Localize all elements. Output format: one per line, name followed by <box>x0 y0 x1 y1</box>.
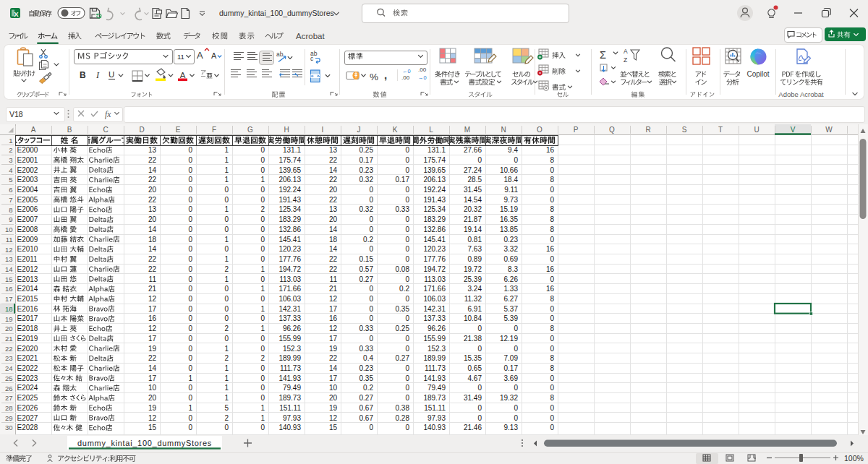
svg-text:0: 0 <box>224 305 229 313</box>
svg-text:132.86: 132.86 <box>278 225 301 233</box>
svg-text:N: N <box>501 126 506 134</box>
svg-text:1: 1 <box>224 156 229 164</box>
svg-text:0: 0 <box>369 225 373 233</box>
svg-text:141.93: 141.93 <box>278 374 301 382</box>
svg-text:142.31: 142.31 <box>423 305 446 313</box>
svg-text:0.67: 0.67 <box>359 414 374 422</box>
svg-text:0.27: 0.27 <box>396 354 410 362</box>
svg-text:17: 17 <box>329 335 338 343</box>
svg-text:0.27: 0.27 <box>359 394 374 402</box>
svg-text:0: 0 <box>514 325 518 332</box>
svg-text:0: 0 <box>224 196 229 204</box>
svg-text:0: 0 <box>477 414 482 422</box>
svg-text:H: H <box>284 126 289 134</box>
svg-text:0.33: 0.33 <box>359 325 374 332</box>
svg-text:0: 0 <box>188 354 192 362</box>
svg-text:189.99: 189.99 <box>278 354 301 362</box>
svg-text:0.2: 0.2 <box>399 285 409 293</box>
svg-text:0: 0 <box>224 285 229 293</box>
svg-text:151.11: 151.11 <box>279 404 301 412</box>
svg-text:175.74: 175.74 <box>423 156 446 164</box>
svg-text:9.4: 9.4 <box>508 146 518 154</box>
svg-text:17: 17 <box>329 305 338 313</box>
svg-text:2: 2 <box>224 414 229 422</box>
svg-text:14: 14 <box>329 364 338 372</box>
svg-text:191.43: 191.43 <box>278 196 301 204</box>
svg-text:0: 0 <box>224 314 229 322</box>
svg-text:27.24: 27.24 <box>464 166 482 174</box>
svg-text:1: 1 <box>260 176 265 184</box>
svg-text:0: 0 <box>550 255 554 263</box>
svg-text:E2005: E2005 <box>17 196 38 204</box>
svg-text:21.38: 21.38 <box>464 335 482 343</box>
svg-text:0: 0 <box>477 345 482 353</box>
svg-text:0: 0 <box>405 166 409 174</box>
svg-text:16: 16 <box>546 285 555 293</box>
svg-text:0: 0 <box>260 186 265 194</box>
svg-text:0.35: 0.35 <box>359 374 374 382</box>
svg-text:8: 8 <box>550 176 554 184</box>
svg-text:1: 1 <box>224 205 229 213</box>
svg-text:0: 0 <box>405 424 409 431</box>
svg-text:152.3: 152.3 <box>283 345 301 353</box>
svg-text:0: 0 <box>405 255 409 263</box>
svg-text:,: , <box>384 69 387 81</box>
svg-text:0: 0 <box>369 245 373 253</box>
svg-text:3.32: 3.32 <box>504 245 519 253</box>
svg-text:0: 0 <box>514 156 518 164</box>
svg-text:17: 17 <box>5 295 13 303</box>
svg-text:B: B <box>80 70 86 80</box>
svg-text:24: 24 <box>5 364 13 372</box>
svg-text:194.72: 194.72 <box>423 265 446 273</box>
svg-text:191.43: 191.43 <box>423 196 446 204</box>
svg-text:0.23: 0.23 <box>359 364 374 372</box>
svg-text:E2024: E2024 <box>17 384 38 392</box>
svg-text:26: 26 <box>5 384 13 392</box>
svg-text:2: 2 <box>260 205 265 213</box>
svg-text:0: 0 <box>188 176 192 184</box>
svg-text:14: 14 <box>5 265 13 273</box>
svg-text:171.66: 171.66 <box>278 285 301 293</box>
svg-text:0: 0 <box>224 215 229 223</box>
svg-text:Σ: Σ <box>600 49 606 61</box>
svg-text:137.33: 137.33 <box>423 314 446 322</box>
svg-text:A: A <box>211 51 217 60</box>
svg-text:8: 8 <box>550 394 554 402</box>
svg-text:.00: .00 <box>418 66 427 73</box>
svg-text:0.69: 0.69 <box>504 255 519 263</box>
svg-text:1: 1 <box>9 137 12 145</box>
svg-text:0: 0 <box>514 404 518 412</box>
svg-text:192.24: 192.24 <box>423 186 446 194</box>
svg-text:96.26: 96.26 <box>427 325 446 332</box>
svg-text:0: 0 <box>188 245 192 253</box>
svg-text:E2013: E2013 <box>17 275 38 283</box>
svg-text:0: 0 <box>188 236 192 244</box>
svg-text:0: 0 <box>477 325 482 332</box>
svg-text:1: 1 <box>224 364 229 372</box>
svg-text:0.25: 0.25 <box>396 325 410 332</box>
svg-text:18.4: 18.4 <box>504 176 519 184</box>
svg-text:U: U <box>109 70 114 79</box>
svg-text:145.41: 145.41 <box>278 236 301 244</box>
svg-text:0.32: 0.32 <box>359 205 374 213</box>
svg-text:10.84: 10.84 <box>464 314 482 322</box>
svg-text:25: 25 <box>5 374 13 382</box>
svg-text:0: 0 <box>405 156 409 164</box>
svg-text:21: 21 <box>5 335 13 343</box>
svg-text:0: 0 <box>369 186 373 194</box>
svg-text:12: 12 <box>148 414 157 422</box>
svg-text:E2025: E2025 <box>17 394 38 402</box>
svg-text:22: 22 <box>5 345 13 353</box>
svg-text:132.86: 132.86 <box>423 225 446 233</box>
svg-text:0: 0 <box>260 146 265 154</box>
svg-text:0: 0 <box>550 374 554 382</box>
svg-text:13: 13 <box>329 205 338 213</box>
svg-text:142.31: 142.31 <box>278 305 301 313</box>
svg-text:0: 0 <box>188 424 192 431</box>
svg-text:1: 1 <box>224 236 229 244</box>
svg-text:P: P <box>574 126 579 134</box>
svg-text:12: 12 <box>148 295 157 303</box>
svg-text:14: 14 <box>329 166 338 174</box>
svg-text:13.85: 13.85 <box>500 225 518 233</box>
svg-text:0: 0 <box>188 285 192 293</box>
